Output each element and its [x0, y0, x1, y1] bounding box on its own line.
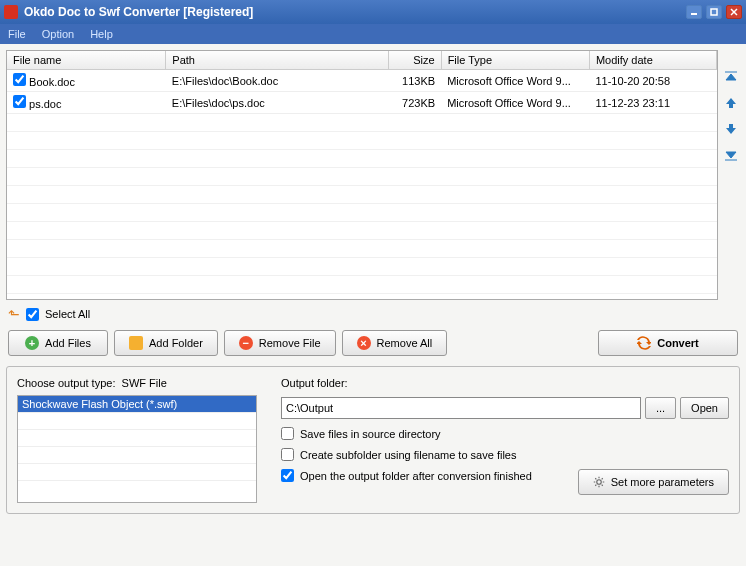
convert-button[interactable]: Convert [598, 330, 738, 356]
btn-label: Add Folder [149, 337, 203, 349]
title-bar: Okdo Doc to Swf Converter [Registered] [0, 0, 746, 24]
output-type-value: SWF File [122, 377, 167, 389]
output-folder-label: Output folder: [281, 377, 729, 389]
remove-all-button[interactable]: ×Remove All [342, 330, 448, 356]
reorder-buttons [722, 50, 740, 300]
create-subfolder-checkbox[interactable] [281, 448, 294, 461]
set-more-parameters-button[interactable]: Set more parameters [578, 469, 729, 495]
minus-icon: − [239, 336, 253, 350]
open-folder-button[interactable]: Open [680, 397, 729, 419]
minimize-button[interactable] [686, 5, 702, 19]
save-source-checkbox[interactable] [281, 427, 294, 440]
convert-icon [637, 336, 651, 350]
browse-button[interactable]: ... [645, 397, 676, 419]
output-type-option[interactable]: Shockwave Flash Object (*.swf) [18, 396, 256, 412]
menu-file[interactable]: File [8, 28, 26, 40]
menu-bar: File Option Help [0, 24, 746, 44]
col-size[interactable]: Size [388, 51, 441, 70]
save-source-label: Save files in source directory [300, 428, 441, 440]
col-filename[interactable]: File name [7, 51, 166, 70]
folder-icon [129, 336, 143, 350]
svg-rect-1 [711, 9, 717, 15]
select-all-label: Select All [45, 308, 90, 320]
btn-label: Convert [657, 337, 699, 349]
cell-path: E:\Files\doc\ps.doc [166, 92, 388, 114]
cell-path: E:\Files\doc\Book.doc [166, 70, 388, 92]
col-date[interactable]: Modify date [589, 51, 716, 70]
output-type-list[interactable]: Shockwave Flash Object (*.swf) [17, 395, 257, 503]
move-down-button[interactable] [722, 120, 740, 138]
row-checkbox[interactable] [13, 95, 26, 108]
window-title: Okdo Doc to Swf Converter [Registered] [24, 5, 682, 19]
cell-name: Book.doc [29, 76, 75, 88]
create-subfolder-label: Create subfolder using filename to save … [300, 449, 516, 461]
move-up-button[interactable] [722, 94, 740, 112]
cell-type: Microsoft Office Word 9... [441, 92, 589, 114]
cell-type: Microsoft Office Word 9... [441, 70, 589, 92]
output-folder-input[interactable] [281, 397, 641, 419]
close-button[interactable] [726, 5, 742, 19]
row-checkbox[interactable] [13, 73, 26, 86]
move-bottom-button[interactable] [722, 146, 740, 164]
svg-point-4 [596, 480, 601, 485]
btn-label: Remove All [377, 337, 433, 349]
col-path[interactable]: Path [166, 51, 388, 70]
select-all-checkbox[interactable] [26, 308, 39, 321]
btn-label: Set more parameters [611, 476, 714, 488]
table-row[interactable]: Book.doc E:\Files\doc\Book.doc 113KB Mic… [7, 70, 717, 92]
cell-size: 723KB [388, 92, 441, 114]
maximize-button[interactable] [706, 5, 722, 19]
add-folder-button[interactable]: Add Folder [114, 330, 218, 356]
gear-icon [593, 476, 605, 488]
output-type-label: Choose output type: SWF File [17, 377, 257, 389]
open-after-label: Open the output folder after conversion … [300, 470, 532, 482]
add-files-button[interactable]: +Add Files [8, 330, 108, 356]
open-after-checkbox[interactable] [281, 469, 294, 482]
menu-help[interactable]: Help [90, 28, 113, 40]
move-top-button[interactable] [722, 68, 740, 86]
file-list[interactable]: File name Path Size File Type Modify dat… [6, 50, 718, 300]
btn-label: Add Files [45, 337, 91, 349]
app-icon [4, 5, 18, 19]
plus-icon: + [25, 336, 39, 350]
main-area: File name Path Size File Type Modify dat… [0, 44, 746, 566]
x-icon: × [357, 336, 371, 350]
cell-size: 113KB [388, 70, 441, 92]
btn-label: Remove File [259, 337, 321, 349]
cell-name: ps.doc [29, 98, 61, 110]
col-type[interactable]: File Type [441, 51, 589, 70]
table-row[interactable]: ps.doc E:\Files\doc\ps.doc 723KB Microso… [7, 92, 717, 114]
cell-date: 11-10-20 20:58 [589, 70, 716, 92]
menu-option[interactable]: Option [42, 28, 74, 40]
remove-file-button[interactable]: −Remove File [224, 330, 336, 356]
cell-date: 11-12-23 23:11 [589, 92, 716, 114]
up-folder-icon[interactable]: ⬑ [8, 306, 20, 322]
